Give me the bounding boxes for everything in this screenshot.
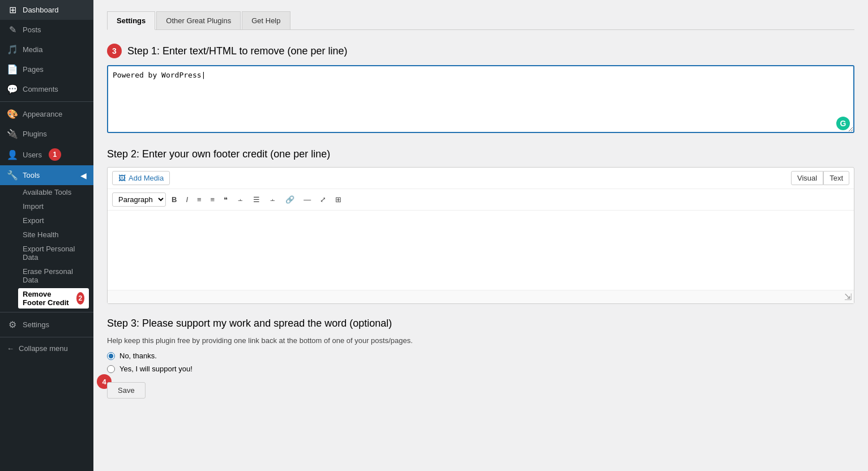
submenu-erase-personal-data[interactable]: Erase Personal Data bbox=[7, 264, 93, 287]
editor-toolbar-top: 🖼 Add Media Visual Text bbox=[108, 168, 854, 189]
link-button[interactable]: 🔗 bbox=[282, 194, 298, 205]
sidebar-item-label: Settings bbox=[23, 320, 49, 329]
submenu-export-personal-data[interactable]: Export Personal Data bbox=[7, 242, 93, 264]
sidebar-item-label: Media bbox=[23, 45, 42, 54]
sidebar-item-settings[interactable]: ⚙ Settings bbox=[0, 315, 93, 335]
step1-badge: 3 bbox=[107, 44, 122, 58]
submenu-import[interactable]: Import bbox=[7, 199, 93, 213]
option-yes-support-label: Yes, I will support you! bbox=[119, 365, 193, 373]
sidebar-item-plugins[interactable]: 🔌 Plugins bbox=[0, 124, 93, 144]
save-button-wrapper: 4 Save bbox=[107, 382, 146, 399]
visual-text-toggle: Visual Text bbox=[791, 171, 849, 185]
step1-textarea[interactable]: Powered by WordPress| bbox=[107, 65, 854, 133]
add-media-icon: 🖼 bbox=[118, 174, 126, 182]
blockquote-button[interactable]: ❝ bbox=[220, 194, 231, 205]
sidebar-item-label: Tools bbox=[23, 171, 40, 179]
visual-button[interactable]: Visual bbox=[791, 171, 823, 185]
users-badge: 1 bbox=[49, 148, 61, 161]
radio-yes-support[interactable] bbox=[107, 365, 115, 373]
sidebar-item-label: Posts bbox=[23, 25, 41, 34]
align-left-button[interactable]: ⫠ bbox=[233, 194, 247, 205]
horizontal-rule-button[interactable]: — bbox=[300, 194, 314, 205]
tab-other-plugins[interactable]: Other Great Plugins bbox=[156, 11, 241, 29]
grammarly-button[interactable]: G bbox=[836, 117, 850, 130]
toolbar-toggle-button[interactable]: ⊞ bbox=[332, 194, 345, 205]
main-content: Settings Other Great Plugins Get Help 3 … bbox=[93, 0, 868, 471]
footer-credit-editor: 🖼 Add Media Visual Text Paragraph B I ≡ … bbox=[107, 167, 854, 304]
ordered-list-button[interactable]: ≡ bbox=[207, 194, 219, 205]
collapse-icon: ← bbox=[7, 344, 14, 353]
step1-textarea-wrapper: Powered by WordPress| G bbox=[107, 65, 854, 135]
plugins-icon: 🔌 bbox=[7, 129, 18, 139]
sidebar: ⊞ Dashboard ✎ Posts 🎵 Media 📄 Pages 💬 Co… bbox=[0, 0, 93, 471]
sidebar-item-label: Dashboard bbox=[23, 6, 59, 14]
editor-format-toolbar: Paragraph B I ≡ ≡ ❝ ⫠ ☰ ⫠ 🔗 — ⤢ ⊞ bbox=[108, 189, 854, 211]
sidebar-item-users[interactable]: 👤 Users 1 bbox=[0, 144, 93, 165]
option-no-thanks[interactable]: No, thanks. bbox=[107, 352, 854, 360]
sidebar-item-posts[interactable]: ✎ Posts bbox=[0, 20, 93, 40]
remove-footer-credit-label: Remove Footer Credit bbox=[23, 290, 73, 307]
sidebar-item-pages[interactable]: 📄 Pages bbox=[0, 59, 93, 79]
align-center-button[interactable]: ☰ bbox=[250, 194, 263, 205]
radio-no-thanks[interactable] bbox=[107, 352, 115, 360]
step3-description: Help keep this plugin free by providing … bbox=[107, 336, 854, 345]
sidebar-item-label: Plugins bbox=[23, 130, 47, 138]
unordered-list-button[interactable]: ≡ bbox=[194, 194, 205, 205]
fullscreen-button[interactable]: ⤢ bbox=[317, 194, 330, 205]
editor-body[interactable] bbox=[108, 211, 854, 290]
dashboard-icon: ⊞ bbox=[7, 5, 18, 15]
save-button[interactable]: Save bbox=[107, 382, 146, 399]
submenu-export[interactable]: Export bbox=[7, 213, 93, 228]
collapse-menu-item[interactable]: ← Collapse menu bbox=[0, 340, 93, 357]
sidebar-item-label: Pages bbox=[23, 65, 44, 74]
text-button[interactable]: Text bbox=[823, 171, 849, 185]
option-yes-support[interactable]: Yes, I will support you! bbox=[107, 365, 854, 373]
sidebar-item-appearance[interactable]: 🎨 Appearance bbox=[0, 104, 93, 124]
tab-get-help[interactable]: Get Help bbox=[242, 11, 290, 29]
comments-icon: 💬 bbox=[7, 84, 18, 95]
step2-heading-text: Step 2: Enter your own footer credit (on… bbox=[107, 148, 330, 160]
editor-resize-handle[interactable]: ⇲ bbox=[108, 290, 854, 303]
align-right-button[interactable]: ⫠ bbox=[266, 194, 280, 205]
italic-button[interactable]: I bbox=[182, 194, 191, 205]
tab-settings[interactable]: Settings bbox=[107, 11, 155, 30]
tools-submenu: Available Tools Import Export Site Healt… bbox=[0, 185, 93, 310]
sidebar-item-tools[interactable]: 🔧 Tools ◀ bbox=[0, 165, 93, 185]
step2-heading: Step 2: Enter your own footer credit (on… bbox=[107, 148, 854, 160]
step1-heading: 3 Step 1: Enter text/HTML to remove (one… bbox=[107, 44, 854, 58]
tools-arrow: ◀ bbox=[80, 171, 87, 180]
pages-icon: 📄 bbox=[7, 64, 18, 75]
media-icon: 🎵 bbox=[7, 44, 18, 55]
add-media-label: Add Media bbox=[129, 174, 164, 182]
sidebar-item-label: Appearance bbox=[23, 110, 62, 118]
plugin-tabs: Settings Other Great Plugins Get Help bbox=[107, 11, 854, 30]
step1-heading-text: Step 1: Enter text/HTML to remove (one p… bbox=[127, 45, 348, 57]
appearance-icon: 🎨 bbox=[7, 109, 18, 119]
sidebar-item-media[interactable]: 🎵 Media bbox=[0, 40, 93, 59]
step3-heading: Step 3: Please support my work and sprea… bbox=[107, 318, 854, 329]
submenu-site-health[interactable]: Site Health bbox=[7, 228, 93, 242]
users-icon: 👤 bbox=[7, 149, 18, 160]
sidebar-item-comments[interactable]: 💬 Comments bbox=[0, 79, 93, 99]
paragraph-select[interactable]: Paragraph bbox=[112, 192, 166, 207]
submenu-available-tools[interactable]: Available Tools bbox=[7, 185, 93, 199]
remove-footer-credit-badge: 2 bbox=[76, 292, 84, 305]
support-options: No, thanks. Yes, I will support you! bbox=[107, 352, 854, 373]
add-media-button[interactable]: 🖼 Add Media bbox=[112, 171, 170, 185]
step3-heading-text: Step 3: Please support my work and sprea… bbox=[107, 318, 392, 329]
tools-icon: 🔧 bbox=[7, 170, 18, 181]
resize-icon: ⇲ bbox=[844, 292, 852, 302]
submenu-remove-footer-credit[interactable]: Remove Footer Credit 2 bbox=[18, 288, 89, 309]
collapse-label: Collapse menu bbox=[19, 344, 68, 353]
sidebar-item-label: Users bbox=[23, 151, 42, 159]
posts-icon: ✎ bbox=[7, 24, 18, 35]
sidebar-item-label: Comments bbox=[23, 85, 58, 93]
sidebar-item-dashboard[interactable]: ⊞ Dashboard bbox=[0, 0, 93, 20]
option-no-thanks-label: No, thanks. bbox=[119, 352, 157, 360]
bold-button[interactable]: B bbox=[168, 194, 180, 205]
settings-icon: ⚙ bbox=[7, 319, 18, 330]
